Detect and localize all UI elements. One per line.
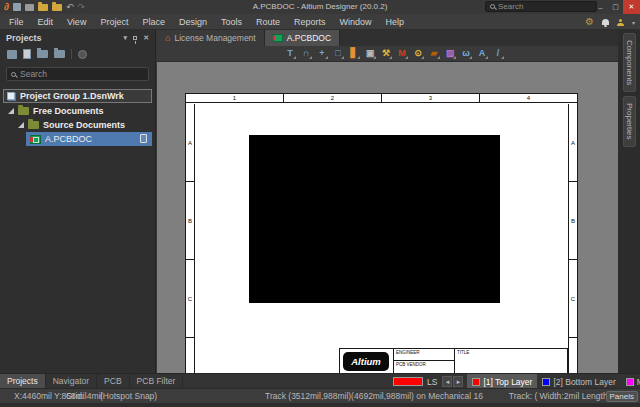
ruler-row-label: A <box>569 104 577 182</box>
menu-item[interactable]: File <box>2 14 31 30</box>
title-block-field-engineer: ENGINEER <box>394 349 454 361</box>
projects-panel: Projects ▾ ✕ Project Group 1.DsnWrk <box>0 30 156 373</box>
measure-icon[interactable]: M <box>395 47 409 60</box>
pin-icon[interactable] <box>133 36 137 40</box>
filter-icon[interactable]: T <box>283 47 297 60</box>
layer-tab[interactable]: [1] Top Layer <box>467 374 537 389</box>
tree-item-label: Project Group 1.DsnWrk <box>20 91 124 101</box>
save-icon[interactable] <box>13 3 21 11</box>
panel-tab[interactable]: PCB Filter <box>130 374 184 388</box>
tool-glyph: □ <box>335 49 340 58</box>
string-icon[interactable]: A <box>475 47 489 60</box>
save-project-icon[interactable] <box>7 50 17 59</box>
panel-dropdown-icon[interactable]: ▾ <box>124 34 128 42</box>
pcb-editor-canvas[interactable]: 1234 ABCD ABCD Altium ENGINEER PCB VENDO… <box>157 62 618 373</box>
drill-icon[interactable]: ⚒ <box>379 47 393 60</box>
magnet-icon[interactable]: ∩ <box>299 47 313 60</box>
search-icon <box>11 72 16 77</box>
compile-icon[interactable] <box>23 49 31 59</box>
menu-item[interactable]: Reports <box>287 14 333 30</box>
expand-arrow-icon[interactable] <box>18 122 24 128</box>
tool-glyph: T <box>287 49 293 58</box>
projects-search-input[interactable] <box>20 69 144 79</box>
tree-item-project-group[interactable]: Project Group 1.DsnWrk <box>3 89 152 103</box>
chart-icon[interactable]: ▋ <box>347 47 361 60</box>
grid-setting: Grid: 4mil <box>66 389 102 403</box>
panel-tab-label: PCB Filter <box>137 376 176 386</box>
ruler-rows-left: ABCD <box>186 104 195 373</box>
layer-tab[interactable]: [2] Bottom Layer <box>537 374 620 389</box>
open-project-icon[interactable] <box>52 4 62 11</box>
region-icon[interactable]: ▨ <box>443 47 457 60</box>
maximize-button[interactable]: ▢ <box>608 0 623 14</box>
tool-glyph: ∩ <box>303 49 310 58</box>
open-folder-icon[interactable] <box>38 4 48 11</box>
panel-tab[interactable]: Projects <box>0 374 46 388</box>
layer-tab-label: [2] Bottom Layer <box>553 377 615 387</box>
gear-icon[interactable]: ⚙ <box>585 17 594 27</box>
vertical-panel-tab[interactable]: Properties <box>623 96 636 146</box>
menu-item[interactable]: Window <box>333 14 379 30</box>
via-icon[interactable]: ⊙ <box>411 47 425 60</box>
altium-title-logo: Altium <box>343 352 389 371</box>
layer-scroll-right-button[interactable]: ► <box>453 376 463 387</box>
polygon-icon[interactable]: ω <box>459 47 473 60</box>
tab-label: License Management <box>174 33 255 43</box>
panel-close-icon[interactable]: ✕ <box>143 34 149 42</box>
menu-item[interactable]: Edit <box>31 14 61 30</box>
tool-glyph: / <box>497 49 500 58</box>
projects-search-box[interactable] <box>6 67 149 81</box>
ruler-row-label: B <box>569 182 577 260</box>
menu-item[interactable]: Place <box>135 14 172 30</box>
bottom-bar: ProjectsNavigatorPCBPCB Filter LS ◄ ► [1… <box>0 373 640 388</box>
tool-glyph: ⊙ <box>414 49 422 58</box>
redo-icon[interactable]: ↷ <box>78 3 86 12</box>
ruler-row-label: C <box>186 260 194 338</box>
room-icon[interactable]: □ <box>331 47 345 60</box>
menu-item[interactable]: Tools <box>214 14 249 30</box>
crosshair-icon[interactable]: + <box>315 47 329 60</box>
print-icon[interactable] <box>25 4 34 11</box>
open-document-icon[interactable] <box>37 50 48 58</box>
panel-tab[interactable]: PCB <box>97 374 129 388</box>
menu-item[interactable]: Design <box>172 14 214 30</box>
global-search-box[interactable] <box>485 1 597 12</box>
line-icon[interactable]: / <box>491 47 505 60</box>
folder-icon <box>18 107 29 115</box>
pcb-sheet: 1234 ABCD ABCD Altium ENGINEER PCB VENDO… <box>185 93 578 373</box>
title-block: Altium ENGINEER PCB VENDOR TITLE <box>339 348 568 373</box>
menu-item[interactable]: Help <box>379 14 412 30</box>
layer-set-button[interactable]: LS <box>427 377 437 387</box>
tree-item-free-documents[interactable]: Free Documents <box>0 104 155 118</box>
ruler-column-label: 2 <box>284 94 382 102</box>
explorer-icon[interactable] <box>54 50 65 58</box>
altium-logo-icon: ∂ <box>4 2 9 12</box>
close-button[interactable]: ✕ <box>623 0 640 14</box>
chevron-down-icon[interactable]: ▾ <box>632 19 635 26</box>
panels-button[interactable]: Panels <box>606 391 638 402</box>
layer-tab[interactable]: Mechanical 1 <box>621 374 640 389</box>
panel-tab[interactable]: Navigator <box>46 374 97 388</box>
pcb-board-shape <box>249 135 500 303</box>
tree-item-source-documents[interactable]: Source Documents <box>0 118 155 132</box>
expand-arrow-icon[interactable] <box>8 108 14 114</box>
tab-license-management[interactable]: ⌂ License Management <box>157 30 265 46</box>
pour-icon[interactable]: ▰ <box>427 47 441 60</box>
undo-icon[interactable]: ↶ <box>66 3 74 12</box>
tree-item-pcbdoc[interactable]: A.PCBDOC <box>0 132 155 146</box>
current-layer-color-swatch <box>393 377 423 386</box>
tab-pcbdoc[interactable]: A.PCBDOC <box>265 30 340 46</box>
bell-icon[interactable] <box>602 19 609 25</box>
user-icon[interactable] <box>617 19 624 26</box>
minimize-button[interactable]: – <box>593 0 608 14</box>
vertical-panel-tab[interactable]: Components <box>623 33 636 92</box>
panel-settings-icon[interactable] <box>78 50 87 59</box>
tool-glyph: ▋ <box>351 49 358 58</box>
layer-color-swatch <box>542 378 550 386</box>
pad-icon[interactable]: ▣ <box>363 47 377 60</box>
menu-item[interactable]: Project <box>93 14 135 30</box>
layer-scroll-left-button[interactable]: ◄ <box>442 376 452 387</box>
menu-item[interactable]: Route <box>249 14 287 30</box>
menu-item[interactable]: View <box>60 14 93 30</box>
global-search-input[interactable] <box>498 2 608 11</box>
